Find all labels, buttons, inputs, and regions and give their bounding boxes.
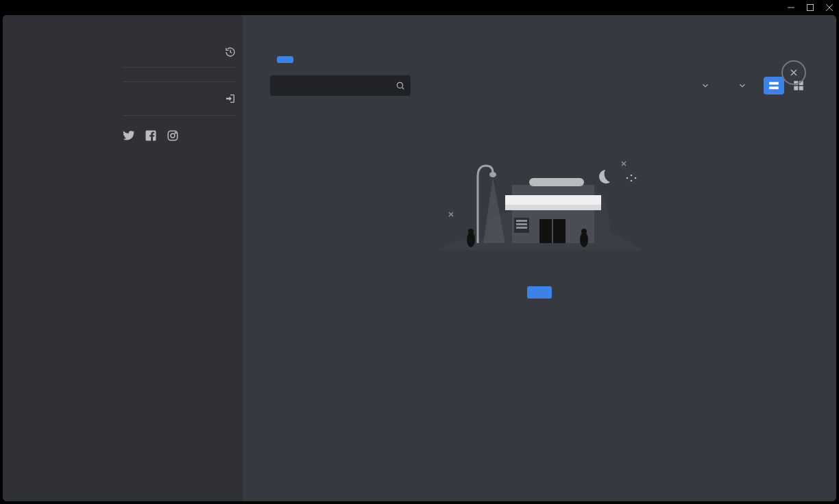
close-icon — [788, 67, 799, 78]
category-betterdiscord — [116, 34, 243, 60]
close-settings-button[interactable] — [781, 60, 806, 89]
svg-point-28 — [581, 229, 587, 234]
titlebar — [0, 0, 839, 15]
svg-rect-19 — [539, 219, 552, 243]
separator — [123, 67, 236, 68]
svg-rect-6 — [769, 82, 779, 85]
svg-point-36 — [627, 177, 629, 179]
svg-rect-18 — [529, 178, 584, 186]
chevron-down-icon — [701, 81, 710, 90]
content-area — [243, 15, 836, 501]
search-icon — [396, 80, 405, 91]
svg-point-3 — [175, 132, 176, 134]
category-activity — [116, 19, 243, 34]
separator — [123, 81, 236, 82]
svg-rect-0 — [807, 5, 814, 11]
minimize-button[interactable] — [781, 0, 801, 15]
svg-rect-7 — [769, 87, 779, 90]
order-dropdown[interactable] — [735, 81, 747, 90]
svg-point-33 — [631, 175, 633, 177]
svg-point-25 — [467, 232, 475, 247]
svg-point-26 — [468, 229, 474, 234]
logout-button[interactable] — [116, 89, 243, 108]
chevron-down-icon — [738, 81, 747, 90]
svg-rect-20 — [553, 219, 566, 243]
build-info — [116, 147, 243, 157]
svg-point-13 — [489, 172, 496, 177]
search-input[interactable] — [276, 80, 396, 91]
instagram-icon[interactable] — [167, 129, 179, 142]
separator — [123, 115, 236, 116]
window-controls — [781, 0, 839, 15]
open-plugin-folder-button[interactable] — [527, 286, 552, 299]
svg-point-4 — [397, 82, 402, 88]
svg-rect-23 — [516, 223, 527, 225]
list-icon — [768, 79, 780, 92]
facebook-icon[interactable] — [145, 129, 157, 142]
close-window-button[interactable] — [820, 0, 839, 15]
open-plugins-folder-button[interactable] — [277, 56, 293, 63]
empty-state — [270, 137, 809, 299]
svg-marker-14 — [483, 177, 505, 243]
svg-point-35 — [631, 180, 633, 182]
empty-illustration — [437, 137, 642, 253]
sidebar-gutter — [3, 15, 116, 501]
svg-point-27 — [580, 232, 588, 247]
sort-dropdown[interactable] — [698, 81, 710, 90]
logout-icon — [225, 93, 236, 104]
svg-rect-24 — [516, 227, 527, 229]
svg-rect-17 — [505, 205, 601, 210]
twitter-icon[interactable] — [123, 129, 135, 142]
svg-rect-22 — [516, 220, 527, 222]
settings-sidebar — [116, 15, 243, 501]
svg-point-2 — [171, 134, 175, 138]
svg-rect-16 — [505, 195, 601, 205]
maximize-button[interactable] — [801, 0, 820, 15]
svg-line-5 — [402, 88, 404, 90]
svg-point-34 — [635, 177, 637, 179]
history-icon[interactable] — [225, 47, 236, 58]
search-box[interactable] — [270, 75, 411, 96]
